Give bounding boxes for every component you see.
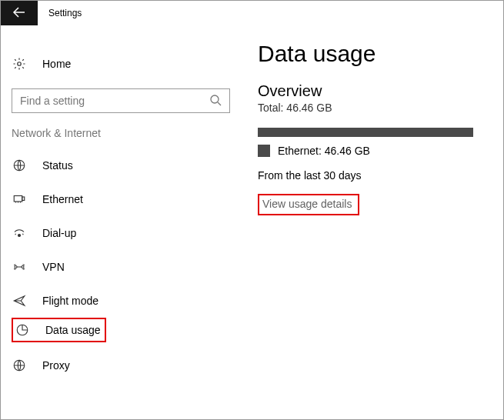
page-title: Data usage xyxy=(258,41,503,67)
svg-rect-3 xyxy=(14,196,22,202)
sidebar-item-dialup[interactable]: Dial-up xyxy=(12,216,239,250)
gear-icon xyxy=(12,56,27,72)
sidebar-item-ethernet[interactable]: Ethernet xyxy=(12,182,239,216)
sidebar-home-label: Home xyxy=(42,58,71,70)
svg-point-0 xyxy=(18,62,22,66)
sidebar-item-label: Data usage xyxy=(45,324,101,336)
vpn-icon xyxy=(12,259,27,275)
sidebar-item-flightmode[interactable]: Flight mode xyxy=(12,284,239,318)
svg-point-1 xyxy=(211,95,219,103)
search-box[interactable] xyxy=(12,88,230,113)
view-usage-details-link[interactable]: View usage details xyxy=(262,198,352,210)
sidebar-item-label: Proxy xyxy=(42,359,70,372)
legend-swatch xyxy=(258,145,270,157)
proxy-icon xyxy=(12,358,27,373)
sidebar-item-label: Status xyxy=(42,159,73,172)
sidebar-item-label: Ethernet xyxy=(42,193,83,205)
search-input[interactable] xyxy=(20,95,205,107)
sidebar-item-datausage[interactable]: Data usage xyxy=(12,318,106,342)
overview-heading: Overview xyxy=(258,82,503,100)
main-content: Data usage Overview Total: 46.46 GB Ethe… xyxy=(239,25,503,419)
sidebar-category-label: Network & Internet xyxy=(12,127,239,139)
svg-rect-4 xyxy=(22,197,25,201)
legend-text: Ethernet: 46.46 GB xyxy=(278,145,370,157)
total-usage: Total: 46.46 GB xyxy=(258,102,503,114)
back-arrow-icon xyxy=(12,5,26,22)
ethernet-icon xyxy=(12,192,27,207)
sidebar-item-label: VPN xyxy=(42,261,65,273)
sidebar-home[interactable]: Home xyxy=(12,47,239,81)
window-title: Settings xyxy=(48,8,82,18)
usage-bar xyxy=(258,128,473,137)
back-button[interactable] xyxy=(1,1,38,25)
status-icon xyxy=(12,158,27,173)
search-icon xyxy=(209,94,222,108)
sidebar-item-status[interactable]: Status xyxy=(12,148,239,182)
sidebar-item-vpn[interactable]: VPN xyxy=(12,250,239,284)
dialup-icon xyxy=(12,225,27,241)
sidebar: Home Network & Internet Status xyxy=(1,25,239,419)
svg-point-7 xyxy=(22,266,24,268)
datausage-icon xyxy=(15,322,30,338)
svg-point-6 xyxy=(15,266,17,268)
svg-point-5 xyxy=(18,235,21,237)
sidebar-item-label: Dial-up xyxy=(42,227,76,239)
sidebar-item-label: Flight mode xyxy=(42,295,98,307)
period-text: From the last 30 days xyxy=(258,169,503,182)
airplane-icon xyxy=(12,293,27,308)
sidebar-item-proxy[interactable]: Proxy xyxy=(12,348,239,382)
